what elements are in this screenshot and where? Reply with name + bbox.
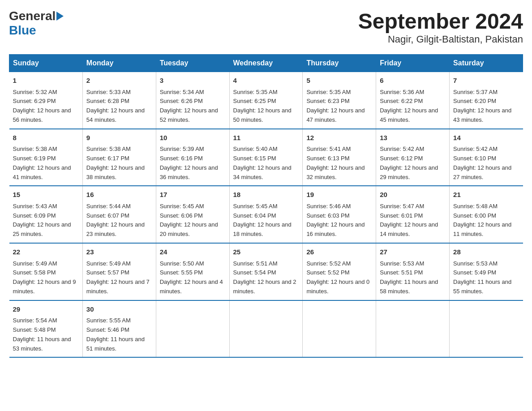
calendar-cell: 15Sunrise: 5:43 AMSunset: 6:09 PMDayligh… (9, 186, 83, 243)
day-number: 18 (233, 190, 299, 200)
day-number: 4 (233, 76, 299, 86)
week-row-3: 15Sunrise: 5:43 AMSunset: 6:09 PMDayligh… (9, 186, 523, 243)
day-number: 30 (86, 304, 152, 315)
calendar-table: SundayMondayTuesdayWednesdayThursdayFrid… (9, 54, 523, 358)
day-number: 9 (86, 133, 152, 143)
calendar-cell: 30Sunrise: 5:55 AMSunset: 5:46 PMDayligh… (82, 300, 156, 358)
day-number: 8 (13, 133, 79, 143)
header-tuesday: Tuesday (156, 55, 229, 72)
header-saturday: Saturday (450, 55, 523, 72)
day-number: 6 (380, 76, 446, 86)
calendar-cell: 11Sunrise: 5:40 AMSunset: 6:15 PMDayligh… (229, 129, 303, 186)
day-number: 10 (160, 133, 226, 143)
calendar-header-row: SundayMondayTuesdayWednesdayThursdayFrid… (9, 55, 523, 72)
week-row-2: 8Sunrise: 5:38 AMSunset: 6:19 PMDaylight… (9, 129, 523, 186)
day-number: 20 (380, 190, 446, 200)
day-info: Sunrise: 5:41 AMSunset: 6:13 PMDaylight:… (306, 145, 372, 182)
day-info: Sunrise: 5:32 AMSunset: 6:29 PMDaylight:… (13, 88, 79, 125)
day-info: Sunrise: 5:40 AMSunset: 6:15 PMDaylight:… (233, 145, 299, 182)
day-info: Sunrise: 5:45 AMSunset: 6:04 PMDaylight:… (233, 202, 299, 239)
day-info: Sunrise: 5:37 AMSunset: 6:20 PMDaylight:… (453, 88, 519, 125)
day-info: Sunrise: 5:53 AMSunset: 5:51 PMDaylight:… (380, 259, 446, 296)
calendar-cell (376, 300, 450, 358)
calendar-cell: 3Sunrise: 5:34 AMSunset: 6:26 PMDaylight… (156, 72, 229, 129)
calendar-cell: 12Sunrise: 5:41 AMSunset: 6:13 PMDayligh… (303, 129, 376, 186)
day-number: 2 (86, 76, 152, 86)
day-info: Sunrise: 5:42 AMSunset: 6:12 PMDaylight:… (380, 145, 446, 182)
week-row-1: 1Sunrise: 5:32 AMSunset: 6:29 PMDaylight… (9, 72, 523, 129)
day-number: 26 (306, 247, 372, 257)
week-row-5: 29Sunrise: 5:54 AMSunset: 5:48 PMDayligh… (9, 300, 523, 358)
day-info: Sunrise: 5:36 AMSunset: 6:22 PMDaylight:… (380, 88, 446, 125)
day-info: Sunrise: 5:33 AMSunset: 6:28 PMDaylight:… (86, 88, 152, 125)
week-row-4: 22Sunrise: 5:49 AMSunset: 5:58 PMDayligh… (9, 243, 523, 300)
calendar-cell: 16Sunrise: 5:44 AMSunset: 6:07 PMDayligh… (82, 186, 156, 243)
day-number: 13 (380, 133, 446, 143)
day-number: 22 (13, 247, 79, 257)
calendar-cell (450, 300, 523, 358)
day-info: Sunrise: 5:42 AMSunset: 6:10 PMDaylight:… (453, 145, 519, 182)
day-info: Sunrise: 5:46 AMSunset: 6:03 PMDaylight:… (306, 202, 372, 239)
day-number: 1 (13, 76, 79, 86)
logo-general: General (9, 9, 56, 23)
calendar-cell: 28Sunrise: 5:53 AMSunset: 5:49 PMDayligh… (450, 243, 523, 300)
month-year-title: September 2024 (358, 9, 523, 34)
day-info: Sunrise: 5:52 AMSunset: 5:52 PMDaylight:… (306, 259, 372, 296)
day-info: Sunrise: 5:45 AMSunset: 6:06 PMDaylight:… (160, 202, 226, 239)
logo-blue: Blue (9, 23, 36, 38)
logo: General Blue (9, 9, 64, 38)
header-friday: Friday (376, 55, 450, 72)
calendar-cell: 7Sunrise: 5:37 AMSunset: 6:20 PMDaylight… (450, 72, 523, 129)
day-number: 7 (453, 76, 519, 86)
day-info: Sunrise: 5:47 AMSunset: 6:01 PMDaylight:… (380, 202, 446, 239)
day-info: Sunrise: 5:55 AMSunset: 5:46 PMDaylight:… (86, 316, 152, 353)
calendar-cell: 5Sunrise: 5:35 AMSunset: 6:23 PMDaylight… (303, 72, 376, 129)
calendar-cell: 19Sunrise: 5:46 AMSunset: 6:03 PMDayligh… (303, 186, 376, 243)
calendar-cell: 18Sunrise: 5:45 AMSunset: 6:04 PMDayligh… (229, 186, 303, 243)
calendar-cell: 14Sunrise: 5:42 AMSunset: 6:10 PMDayligh… (450, 129, 523, 186)
day-info: Sunrise: 5:49 AMSunset: 5:57 PMDaylight:… (86, 259, 152, 296)
day-number: 27 (380, 247, 446, 257)
calendar-cell: 20Sunrise: 5:47 AMSunset: 6:01 PMDayligh… (376, 186, 450, 243)
calendar-cell: 21Sunrise: 5:48 AMSunset: 6:00 PMDayligh… (450, 186, 523, 243)
day-info: Sunrise: 5:35 AMSunset: 6:25 PMDaylight:… (233, 88, 299, 125)
calendar-cell: 29Sunrise: 5:54 AMSunset: 5:48 PMDayligh… (9, 300, 83, 358)
calendar-cell: 22Sunrise: 5:49 AMSunset: 5:58 PMDayligh… (9, 243, 83, 300)
day-info: Sunrise: 5:53 AMSunset: 5:49 PMDaylight:… (453, 259, 519, 296)
day-number: 12 (306, 133, 372, 143)
day-info: Sunrise: 5:39 AMSunset: 6:16 PMDaylight:… (160, 145, 226, 182)
day-number: 17 (160, 190, 226, 200)
calendar-cell: 8Sunrise: 5:38 AMSunset: 6:19 PMDaylight… (9, 129, 83, 186)
header-thursday: Thursday (303, 55, 376, 72)
day-info: Sunrise: 5:34 AMSunset: 6:26 PMDaylight:… (160, 88, 226, 125)
calendar-cell: 1Sunrise: 5:32 AMSunset: 6:29 PMDaylight… (9, 72, 83, 129)
day-number: 14 (453, 133, 519, 143)
day-number: 24 (160, 247, 226, 257)
day-info: Sunrise: 5:38 AMSunset: 6:17 PMDaylight:… (86, 145, 152, 182)
calendar-cell (303, 300, 376, 358)
location-title: Nagir, Gilgit-Baltistan, Pakistan (358, 34, 523, 45)
title-area: September 2024 Nagir, Gilgit-Baltistan, … (358, 9, 523, 45)
calendar-cell: 6Sunrise: 5:36 AMSunset: 6:22 PMDaylight… (376, 72, 450, 129)
day-info: Sunrise: 5:44 AMSunset: 6:07 PMDaylight:… (86, 202, 152, 239)
page-header: General Blue September 2024 Nagir, Gilgi… (9, 9, 523, 45)
day-number: 23 (86, 247, 152, 257)
day-number: 5 (306, 76, 372, 86)
calendar-cell: 10Sunrise: 5:39 AMSunset: 6:16 PMDayligh… (156, 129, 229, 186)
calendar-cell: 17Sunrise: 5:45 AMSunset: 6:06 PMDayligh… (156, 186, 229, 243)
calendar-cell: 27Sunrise: 5:53 AMSunset: 5:51 PMDayligh… (376, 243, 450, 300)
day-info: Sunrise: 5:54 AMSunset: 5:48 PMDaylight:… (13, 316, 79, 353)
day-number: 19 (306, 190, 372, 200)
calendar-cell: 2Sunrise: 5:33 AMSunset: 6:28 PMDaylight… (82, 72, 156, 129)
day-number: 25 (233, 247, 299, 257)
day-info: Sunrise: 5:35 AMSunset: 6:23 PMDaylight:… (306, 88, 372, 125)
calendar-cell: 26Sunrise: 5:52 AMSunset: 5:52 PMDayligh… (303, 243, 376, 300)
calendar-cell: 9Sunrise: 5:38 AMSunset: 6:17 PMDaylight… (82, 129, 156, 186)
header-wednesday: Wednesday (229, 55, 303, 72)
calendar-cell: 13Sunrise: 5:42 AMSunset: 6:12 PMDayligh… (376, 129, 450, 186)
calendar-cell: 25Sunrise: 5:51 AMSunset: 5:54 PMDayligh… (229, 243, 303, 300)
calendar-cell: 24Sunrise: 5:50 AMSunset: 5:55 PMDayligh… (156, 243, 229, 300)
header-monday: Monday (82, 55, 156, 72)
day-info: Sunrise: 5:49 AMSunset: 5:58 PMDaylight:… (13, 259, 79, 296)
day-info: Sunrise: 5:51 AMSunset: 5:54 PMDaylight:… (233, 259, 299, 296)
